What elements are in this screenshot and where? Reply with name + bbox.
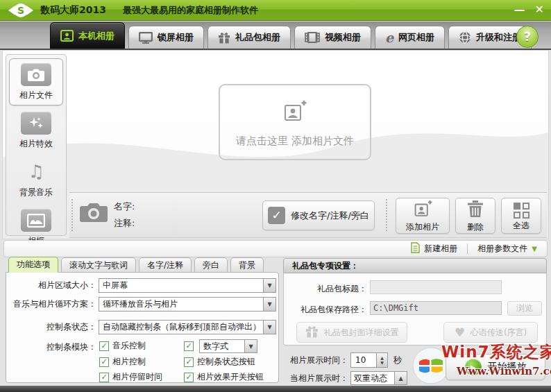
- checkbox-label: 相片停留时间: [112, 371, 162, 383]
- tab-name-comment[interactable]: 名字/注释: [139, 257, 192, 273]
- play-icon: ▶: [465, 359, 482, 375]
- tab-label: 升级和注册: [476, 31, 521, 44]
- display-time-spinner[interactable]: 10 ▲▼: [350, 352, 388, 368]
- sidebar-item-label: 相片文件: [19, 90, 53, 101]
- gift-cover-settings-button[interactable]: 礼品包封面详细设置: [296, 322, 407, 343]
- checkbox-photo-effect-switch[interactable]: ✓: [184, 373, 194, 382]
- digital-style-select[interactable]: 数字式 ▼: [199, 339, 257, 353]
- gift-title-input[interactable]: [370, 280, 502, 294]
- tab-lockscreen-album[interactable]: 锁屏相册: [128, 26, 204, 49]
- sidebar-item-photo-effects[interactable]: 相片特效: [9, 107, 63, 154]
- drag-grip[interactable]: [71, 198, 74, 232]
- photo-info-strip: 名字: 注释: ✓ 修改名字/注释/旁白 添加相片 删除 全选: [69, 192, 547, 238]
- edit-name-comment-button[interactable]: ✓ 修改名字/注释/旁白: [262, 201, 375, 230]
- help-button[interactable]: ?: [516, 26, 539, 48]
- opt-tab-label: 旁白: [203, 259, 219, 271]
- control-bar-state-select[interactable]: 自动隐藏控制条（鼠标移到顶部自动弹出） ▼: [99, 320, 276, 334]
- checkbox-label: 相片效果开关按钮: [197, 371, 264, 383]
- tab-function-options[interactable]: 功能选项: [8, 257, 58, 273]
- app-window: S 数码大师2013 最强大最易用的家庭相册制作软件 — ✕ 本机相册 锁屏相册: [0, 0, 551, 392]
- opt-tab-label: 名字/注释: [147, 259, 183, 271]
- gift-path-label: 礼品包保存路径：: [284, 304, 367, 316]
- section-divider: [385, 198, 388, 232]
- select-all-button[interactable]: 全选: [501, 198, 541, 234]
- tab-video-album[interactable]: 视频相册: [294, 26, 371, 49]
- tab-label: 锁屏相册: [158, 31, 194, 44]
- tab-web-album[interactable]: e 网页相册: [375, 26, 445, 49]
- add-photo-button[interactable]: 添加相片: [396, 198, 450, 234]
- music-photo-loop-select[interactable]: 循环播放音乐与相片 ▼: [99, 297, 276, 312]
- heart-message-button[interactable]: ♥ 心语传送(序言): [443, 322, 538, 343]
- ie-browser-icon: e: [385, 32, 393, 43]
- photo-area-size-select[interactable]: 中屏幕 ▼: [99, 278, 276, 293]
- chevron-down-icon: ▼: [532, 245, 537, 253]
- album-params-label: 相册参数文件: [477, 243, 527, 255]
- display-mode-row: 当相片展示时： 双重动态 ▲: [285, 371, 407, 385]
- tab-local-album[interactable]: 本机相册: [50, 22, 125, 49]
- selected-value: 中屏幕: [103, 280, 128, 291]
- checkbox-photo-control[interactable]: ✓: [99, 357, 109, 367]
- tab-label: 网页相册: [398, 31, 434, 44]
- window-bottom-border: [0, 386, 551, 392]
- toolbar-divider: [467, 244, 468, 254]
- tab-background[interactable]: 背景: [230, 257, 264, 273]
- tab-giftpack-album[interactable]: 礼品包相册: [207, 26, 291, 49]
- display-time-value: 10: [355, 355, 366, 365]
- tab-label: 礼品包相册: [235, 31, 280, 44]
- tab-scrolling-text-lyrics[interactable]: 滚动文字与歌词: [61, 257, 136, 273]
- display-mode-select[interactable]: 双重动态: [350, 371, 395, 385]
- mode-up-arrow-button[interactable]: ▲: [395, 371, 407, 385]
- spinner-arrows[interactable]: ▲▼: [376, 353, 387, 367]
- check-icon: ✓: [268, 207, 285, 224]
- opt-tab-label: 滚动文字与歌词: [69, 259, 128, 271]
- album-toolbar: 新建相册 相册参数文件 ▼: [3, 240, 548, 257]
- browse-button[interactable]: 浏览: [507, 301, 542, 316]
- trash-icon: [467, 201, 484, 220]
- tab-narration[interactable]: 旁白: [194, 257, 228, 273]
- window-title: 数码大师2013: [40, 4, 106, 17]
- sparkle-icon: [21, 112, 51, 135]
- dropdown-arrow-icon: ▼: [263, 298, 276, 311]
- display-time-row: 相片展示时间： 10 ▲▼ 秒: [285, 352, 402, 368]
- sidebar-item-photo-files[interactable]: 相片文件: [9, 58, 63, 105]
- gift-title-label: 礼品包标题：: [284, 283, 367, 295]
- start-play-button[interactable]: ▶ 开始播放: [446, 354, 545, 380]
- tab-label: 本机相册: [78, 30, 115, 42]
- globe-icon: [459, 31, 471, 44]
- dropzone-hint: 请点击这里 添加相片文件: [220, 135, 370, 148]
- sidebar-item-label: 相片特效: [19, 138, 53, 150]
- gift-package-panel: 礼品包专项设置： 礼品包标题： 礼品包保存路径： 浏览 礼品包封面详细设置 ♥ …: [283, 258, 547, 384]
- close-button[interactable]: ✕: [535, 1, 544, 18]
- add-photo-icon: [414, 201, 432, 220]
- minimize-button[interactable]: —: [514, 1, 525, 18]
- titlebar: S 数码大师2013 最强大最易用的家庭相册制作软件 — ✕: [0, 0, 551, 21]
- gift-path-input[interactable]: [370, 301, 502, 315]
- select-all-grid-icon: [514, 203, 529, 219]
- comment-label: 注释:: [114, 215, 135, 232]
- window-subtitle: 最强大最易用的家庭相册制作软件: [123, 4, 258, 17]
- album-params-button[interactable]: 相册参数文件 ▼: [477, 243, 537, 255]
- selected-value: 自动隐藏控制条（鼠标移到顶部自动弹出）: [103, 321, 261, 333]
- logo-right-triangle: [26, 6, 33, 15]
- gift-icon: [305, 325, 319, 340]
- sidebar-item-background-music[interactable]: ♫ 背景音乐: [9, 155, 63, 203]
- checkbox-label: 相片控制: [112, 356, 146, 368]
- cover-button-label: 礼品包封面详细设置: [324, 327, 399, 339]
- music-note-icon: ♫: [21, 160, 51, 183]
- name-label: 名字:: [114, 198, 135, 215]
- checkbox-photo-stay-time[interactable]: ✓: [99, 373, 109, 382]
- checkbox-digital-style[interactable]: ✓: [184, 341, 194, 351]
- message-button-label: 心语传送(序言): [471, 327, 527, 339]
- control-bar-state-label: 控制条状态：: [6, 321, 96, 333]
- new-album-button[interactable]: 新建相册: [411, 242, 457, 255]
- app-logo-icon: S: [8, 3, 33, 17]
- checkbox-label: 音乐控制: [112, 340, 146, 352]
- gift-panel-header: 礼品包专项设置：: [283, 258, 547, 273]
- sidebar: 相片文件 相片特效 ♫ 背景音乐 相框: [6, 54, 67, 236]
- photo-area-size-label: 相片区域大小：: [6, 280, 96, 291]
- add-photos-dropzone[interactable]: 请点击这里 添加相片文件: [219, 84, 371, 160]
- checkbox-control-bar-state-button[interactable]: ✓: [184, 357, 194, 367]
- checkbox-music-control[interactable]: ✓: [99, 341, 109, 351]
- add-button-label: 添加相片: [406, 221, 439, 233]
- delete-button[interactable]: 删除: [455, 198, 495, 234]
